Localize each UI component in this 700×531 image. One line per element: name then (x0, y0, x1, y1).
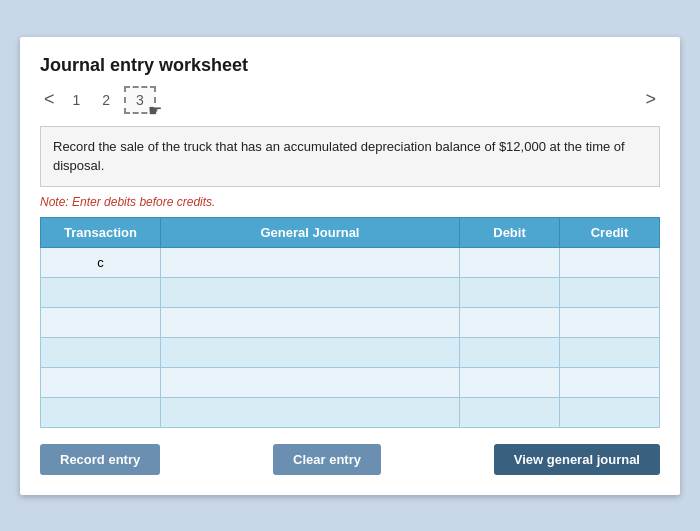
tab-2[interactable]: 2 (94, 88, 118, 112)
button-row: Record entry Clear entry View general jo… (40, 444, 660, 475)
table-row[interactable] (41, 307, 660, 337)
table-row[interactable] (41, 367, 660, 397)
cell-general-journal[interactable] (161, 307, 460, 337)
description-text: Record the sale of the truck that has an… (53, 139, 625, 174)
journal-table: Transaction General Journal Debit Credit… (40, 217, 660, 428)
table-header-row: Transaction General Journal Debit Credit (41, 217, 660, 247)
col-credit: Credit (560, 217, 660, 247)
next-arrow[interactable]: > (641, 87, 660, 112)
cell-transaction[interactable] (41, 397, 161, 427)
cell-credit[interactable] (560, 277, 660, 307)
tab-3[interactable]: 3 ☛ (124, 86, 156, 114)
cell-credit[interactable] (560, 367, 660, 397)
cursor-icon: ☛ (148, 101, 162, 120)
cell-general-journal[interactable] (161, 367, 460, 397)
cell-credit[interactable] (560, 307, 660, 337)
cell-credit[interactable] (560, 337, 660, 367)
cell-credit[interactable] (560, 397, 660, 427)
cell-general-journal[interactable] (161, 397, 460, 427)
cell-transaction[interactable] (41, 307, 161, 337)
cell-debit[interactable] (460, 247, 560, 277)
clear-entry-button[interactable]: Clear entry (273, 444, 381, 475)
description-box: Record the sale of the truck that has an… (40, 126, 660, 187)
cell-debit[interactable] (460, 397, 560, 427)
table-row[interactable] (41, 397, 660, 427)
prev-arrow[interactable]: < (40, 87, 59, 112)
journal-worksheet-card: Journal entry worksheet < 1 2 3 ☛ > Reco… (20, 37, 680, 495)
tab-1[interactable]: 1 (65, 88, 89, 112)
col-general-journal: General Journal (161, 217, 460, 247)
record-entry-button[interactable]: Record entry (40, 444, 160, 475)
table-row[interactable] (41, 337, 660, 367)
page-title: Journal entry worksheet (40, 55, 660, 76)
cell-general-journal[interactable] (161, 277, 460, 307)
tab-navigation: < 1 2 3 ☛ > (40, 86, 660, 114)
table-row[interactable]: c (41, 247, 660, 277)
cell-transaction[interactable] (41, 367, 161, 397)
cell-credit[interactable] (560, 247, 660, 277)
cell-transaction[interactable] (41, 277, 161, 307)
col-transaction: Transaction (41, 217, 161, 247)
cell-debit[interactable] (460, 307, 560, 337)
cell-transaction[interactable] (41, 337, 161, 367)
cell-debit[interactable] (460, 367, 560, 397)
cell-debit[interactable] (460, 337, 560, 367)
table-row[interactable] (41, 277, 660, 307)
note-text: Note: Enter debits before credits. (40, 195, 660, 209)
cell-debit[interactable] (460, 277, 560, 307)
cell-general-journal[interactable] (161, 247, 460, 277)
cell-transaction[interactable]: c (41, 247, 161, 277)
col-debit: Debit (460, 217, 560, 247)
view-general-journal-button[interactable]: View general journal (494, 444, 660, 475)
cell-general-journal[interactable] (161, 337, 460, 367)
